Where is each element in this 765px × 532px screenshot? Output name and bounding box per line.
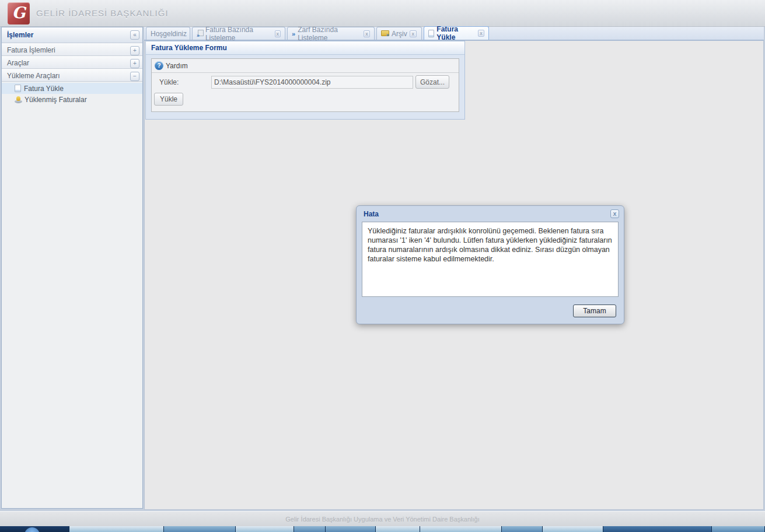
- start-orb-icon: [25, 527, 40, 532]
- chevrons-icon: »: [292, 31, 295, 37]
- help-row: ? Yardım: [152, 59, 459, 73]
- upload-button[interactable]: Yükle: [154, 93, 183, 106]
- archive-folder-icon: »: [381, 30, 389, 37]
- taskbar-button[interactable]: [164, 526, 236, 532]
- sidebar-header: İşlemler «: [2, 27, 142, 43]
- start-button[interactable]: [0, 526, 69, 532]
- invoice-upload-form-panel: Fatura Yükleme Formu ? Yardım Yükle: Göz…: [145, 41, 465, 120]
- collapse-panel-icon[interactable]: «: [130, 30, 139, 40]
- close-icon[interactable]: x: [275, 30, 281, 37]
- ok-button[interactable]: Tamam: [573, 304, 616, 317]
- tab-fatura-bazinda-listeleme[interactable]: » Fatura Bazında Listeleme x: [192, 27, 285, 40]
- help-label[interactable]: Yardım: [166, 62, 188, 70]
- sidebar-item-fatura-islemleri[interactable]: Fatura İşlemleri +: [2, 43, 142, 56]
- taskbar-button[interactable]: [294, 526, 326, 532]
- error-dialog: Hata x Yüklediğiniz faturalar ardışıklık…: [356, 205, 624, 324]
- expand-icon[interactable]: +: [130, 46, 139, 55]
- footer: Gelir İdaresi Başkanlığı Uygulama ve Ver…: [0, 511, 765, 526]
- tree-item-label: Fatura Yükle: [24, 85, 64, 93]
- upload-field-label: Yükle:: [159, 78, 179, 86]
- gib-logo-icon: G: [8, 2, 30, 24]
- close-icon[interactable]: x: [364, 30, 370, 37]
- upload-row: Yükle: Gözat...: [152, 76, 459, 89]
- sidebar-item-araclar[interactable]: Araçlar +: [2, 56, 142, 69]
- app-header: G GELİR İDARESİ BAŞKANLIĞI: [0, 0, 765, 27]
- form-panel-title: Fatura Yükleme Formu: [146, 41, 464, 55]
- upload-fieldset: ? Yardım Yükle: Gözat... Yükle: [151, 58, 459, 112]
- tree-item-yuklenmis-faturalar[interactable]: Yüklenmiş Faturalar: [2, 94, 142, 105]
- tab-hosgeldiniz[interactable]: Hoşgeldiniz: [146, 27, 190, 40]
- taskbar-button[interactable]: [502, 526, 543, 532]
- invoice-list-icon: »: [197, 30, 203, 37]
- collapse-icon[interactable]: −: [130, 72, 139, 81]
- taskbar-button[interactable]: [69, 526, 164, 532]
- invoice-page-icon: [15, 85, 21, 92]
- expand-icon[interactable]: +: [130, 59, 139, 68]
- taskbar-button[interactable]: [236, 526, 294, 532]
- tree-item-fatura-yukle[interactable]: Fatura Yükle: [2, 83, 142, 94]
- tab-fatura-yukle[interactable]: Fatura Yükle x: [424, 26, 489, 40]
- tab-zarf-bazinda-listeleme[interactable]: » Zarf Bazında Listeleme x: [287, 27, 375, 40]
- tab-arsiv[interactable]: » Arşiv x: [376, 27, 422, 40]
- upload-file-input[interactable]: [211, 76, 413, 89]
- taskbar-button[interactable]: [712, 526, 765, 532]
- browse-button[interactable]: Gözat...: [415, 75, 449, 89]
- taskbar-button[interactable]: [603, 526, 712, 532]
- uploaded-invoices-icon: [15, 96, 22, 103]
- close-icon[interactable]: x: [478, 30, 484, 37]
- accordion-body: Fatura Yükle Yüklenmiş Faturalar: [2, 82, 142, 105]
- taskbar-button[interactable]: [326, 526, 376, 532]
- taskbar-button[interactable]: [543, 526, 603, 532]
- invoice-page-icon: [428, 30, 434, 37]
- sidebar-title: İşlemler: [7, 31, 33, 39]
- sidebar-item-yukleme-araclari[interactable]: Yükleme Araçları −: [2, 69, 142, 82]
- taskbar-button[interactable]: [420, 526, 502, 532]
- close-icon[interactable]: x: [410, 30, 417, 37]
- windows-taskbar: [0, 526, 765, 532]
- app-title: GELİR İDARESİ BAŞKANLIĞI: [36, 8, 169, 18]
- tab-strip: Hoşgeldiniz » Fatura Bazında Listeleme x…: [144, 27, 764, 41]
- close-icon[interactable]: x: [610, 209, 619, 218]
- tree-item-label: Yüklenmiş Faturalar: [25, 96, 87, 104]
- dialog-message: Yüklediğiniz faturalar ardışıklık konrol…: [362, 222, 619, 297]
- sidebar: İşlemler « Fatura İşlemleri + Araçlar + …: [1, 27, 143, 509]
- help-icon[interactable]: ?: [155, 61, 163, 70]
- dialog-title: Hata: [364, 210, 379, 218]
- taskbar-button[interactable]: [376, 526, 420, 532]
